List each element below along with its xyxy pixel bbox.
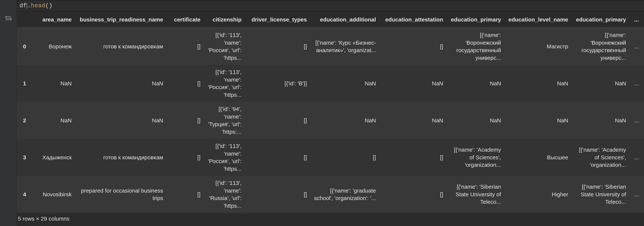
dataframe-shape-note: 5 rows × 29 columns [17, 213, 644, 222]
code-token-func: head [31, 3, 45, 9]
col-header[interactable]: education_primary [571, 12, 629, 28]
cell: NaN [310, 102, 379, 139]
cell: [{'name': 'Воронежский государственный у… [446, 28, 504, 65]
cell: ... [629, 139, 644, 176]
cell: NaN [446, 65, 504, 102]
cell: NaN [75, 65, 166, 102]
cell: ... [629, 65, 644, 102]
cell: [{'name': 'Academy of Sciences', 'organi… [571, 139, 629, 176]
cell: [{'name': 'Курс «Бизнес-аналитик»', 'org… [310, 28, 379, 65]
main-area: df.head() area_name business_trip_readin… [17, 0, 644, 226]
text-caret [27, 3, 27, 9]
table-row: 0Воронежготов к командировкам[][{'id': '… [17, 28, 644, 65]
cell: NaN [504, 102, 571, 139]
table-row: 2NaNNaN[][{'id': '94', 'name': 'Турция',… [17, 102, 644, 139]
cell: NaN [571, 102, 629, 139]
cell: [] [244, 28, 310, 65]
output-area: area_name business_trip_readiness_name c… [17, 12, 644, 226]
dataframe-table: area_name business_trip_readiness_name c… [17, 12, 644, 213]
cell: NaN [446, 102, 504, 139]
col-header-ellipsis: ... [629, 12, 644, 28]
table-row: 3Хадыженскготов к командировкам[][{'id':… [17, 139, 644, 176]
cell: [] [310, 139, 379, 176]
row-index: 3 [17, 139, 30, 176]
cell: Высшее [504, 139, 571, 176]
row-index: 0 [17, 28, 30, 65]
cell: NaN [30, 65, 75, 102]
cell: Хадыженск [30, 139, 75, 176]
cell: [{'name': 'Воронежский государственный у… [571, 28, 629, 65]
code-cell[interactable]: df.head() [17, 0, 644, 12]
cell: ... [629, 28, 644, 65]
cell: [{'name': 'Siberian State University of … [446, 176, 504, 213]
cell: ... [629, 102, 644, 139]
cell: [] [379, 139, 446, 176]
cell: [] [166, 65, 204, 102]
cell: [] [166, 102, 204, 139]
cell: Воронеж [30, 28, 75, 65]
cell: [{'id': '113', 'name': 'Россия', 'url': … [204, 28, 244, 65]
cell: Higher [504, 176, 571, 213]
col-header[interactable]: citizenship [204, 12, 244, 28]
col-header[interactable]: education_additional [310, 12, 379, 28]
cell: NaN [30, 102, 75, 139]
row-index: 4 [17, 176, 30, 213]
cell: NaN [379, 65, 446, 102]
cell: [] [379, 28, 446, 65]
cell: [{'id': '113', 'name': 'Россия', 'url': … [204, 65, 244, 102]
col-header[interactable]: education_primary [446, 12, 504, 28]
cell: NaN [379, 102, 446, 139]
cell: NaN [504, 65, 571, 102]
col-header[interactable]: business_trip_readiness_name [75, 12, 166, 28]
cell: Магистр [504, 28, 571, 65]
cell: [] [244, 139, 310, 176]
table-row: 1NaNNaN[][{'id': '113', 'name': 'Россия'… [17, 65, 644, 102]
cell: NaN [310, 65, 379, 102]
col-header[interactable]: certificate [166, 12, 204, 28]
cell: [{'id': '113', 'name': 'Russia', 'url': … [204, 176, 244, 213]
code-token-parens: () [45, 3, 52, 9]
col-header[interactable]: area_name [30, 12, 75, 28]
cell: готов к командировкам [75, 139, 166, 176]
cell: готов к командировкам [75, 28, 166, 65]
cell: prepared for occasional business trips [75, 176, 166, 213]
col-header[interactable]: driver_license_types [244, 12, 310, 28]
cell: [{'name': 'Academy of Sciences', 'organi… [446, 139, 504, 176]
code-token-ident: df [20, 3, 26, 9]
row-index: 2 [17, 102, 30, 139]
index-header [17, 12, 30, 28]
table-row: 4Novosibirskprepared for occasional busi… [17, 176, 644, 213]
cell-gutter [0, 0, 17, 226]
cell: [{'id': '94', 'name': 'Турция', 'url': '… [204, 102, 244, 139]
cell: [] [166, 176, 204, 213]
cell: [{'id': 'B'}] [244, 65, 310, 102]
col-header[interactable]: education_attestation [379, 12, 446, 28]
notebook-root: df.head() area_name business_trip_readin… [0, 0, 644, 226]
row-index: 1 [17, 65, 30, 102]
cell: Novosibirsk [30, 176, 75, 213]
cell: [] [244, 176, 310, 213]
cell: [{'name': 'graduate school', 'organizati… [310, 176, 379, 213]
code-token-dot: . [27, 3, 31, 9]
cell: [] [244, 102, 310, 139]
variable-inspector-icon[interactable] [4, 15, 13, 22]
cell: NaN [75, 102, 166, 139]
cell: ... [629, 176, 644, 213]
cell: [] [166, 28, 204, 65]
cell: [] [379, 176, 446, 213]
col-header[interactable]: education_level_name [504, 12, 571, 28]
cell: [{'name': 'Siberian State University of … [571, 176, 629, 213]
cell: [] [166, 139, 204, 176]
cell: [{'id': '113', 'name': 'Россия', 'url': … [204, 139, 244, 176]
header-row: area_name business_trip_readiness_name c… [17, 12, 644, 28]
cell: NaN [571, 65, 629, 102]
